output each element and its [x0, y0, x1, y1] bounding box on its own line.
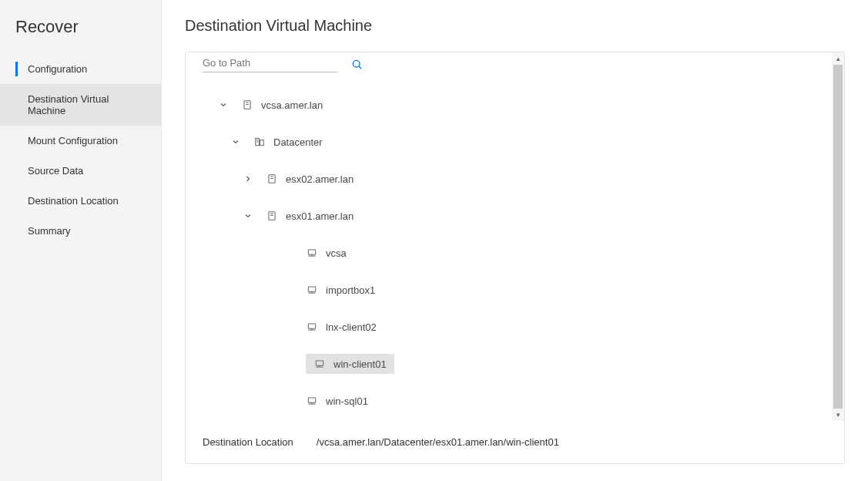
svg-rect-12	[269, 212, 275, 220]
tree-node-esx02-amer-lan[interactable]: esx02.amer.lan	[203, 160, 827, 197]
svg-point-0	[353, 60, 360, 67]
sidebar-item-summary[interactable]: Summary	[0, 216, 161, 246]
chevron-down-icon[interactable]	[241, 209, 255, 223]
vm-tree: vcsa.amer.lanDatacenteresx02.amer.lanesx…	[203, 72, 827, 421]
sidebar-item-mount-configuration[interactable]: Mount Configuration	[0, 126, 161, 156]
go-to-path-input[interactable]	[203, 54, 337, 72]
tree-node-esx01-amer-lan[interactable]: esx01.amer.lan	[203, 197, 827, 234]
search-row	[203, 52, 827, 72]
destination-footer: Destination Location /vcsa.amer.lan/Data…	[186, 421, 844, 463]
tree-node-label: esx02.amer.lan	[286, 173, 354, 185]
vm-icon	[306, 395, 318, 407]
svg-line-1	[359, 66, 361, 69]
sidebar-item-source-data[interactable]: Source Data	[0, 156, 161, 186]
sidebar-nav: ConfigurationDestination Virtual Machine…	[0, 54, 161, 246]
tree-node-vcsa[interactable]: vcsa	[203, 234, 827, 271]
vm-icon	[313, 358, 326, 370]
svg-rect-15	[308, 250, 315, 254]
svg-rect-27	[308, 398, 315, 402]
search-icon[interactable]	[351, 59, 364, 71]
svg-rect-24	[316, 361, 323, 365]
sidebar-item-destination-location[interactable]: Destination Location	[0, 186, 161, 216]
tree-node-label: win-sql01	[326, 395, 368, 407]
scroll-up-button[interactable]: ▴	[832, 52, 844, 65]
vm-icon	[306, 247, 318, 259]
tree-node-label: vcsa	[326, 247, 347, 259]
tree-node-datacenter[interactable]: Datacenter	[203, 123, 827, 160]
tree-node-win-sql01[interactable]: win-sql01	[203, 382, 827, 419]
main: Destination Virtual Machine vcsa.amer.la…	[162, 0, 868, 481]
tree-node-vcsa-amer-lan[interactable]: vcsa.amer.lan	[203, 86, 827, 123]
host-icon	[241, 99, 253, 111]
tree-node-label: win-client01	[333, 358, 387, 370]
scrollbar-thumb[interactable]	[833, 65, 843, 409]
tree-node-importbox1[interactable]: importbox1	[203, 271, 827, 308]
scroll-down-button[interactable]: ▾	[832, 409, 844, 421]
sidebar-item-configuration[interactable]: Configuration	[0, 54, 161, 84]
chevron-down-icon[interactable]	[216, 98, 230, 112]
vm-icon	[306, 321, 318, 333]
datacenter-icon	[253, 136, 266, 148]
selected-node-chip[interactable]: win-client01	[306, 354, 394, 374]
tree-node-label: importbox1	[326, 284, 375, 296]
chevron-down-icon[interactable]	[229, 135, 243, 149]
tree-node-label: esx01.amer.lan	[286, 210, 354, 222]
sidebar: Recover ConfigurationDestination Virtual…	[0, 0, 162, 481]
destination-location-path: /vcsa.amer.lan/Datacenter/esx01.amer.lan…	[317, 436, 559, 448]
tree-node-label: Datacenter	[273, 136, 323, 148]
tree-node-label: vcsa.amer.lan	[261, 99, 323, 111]
tree-node-lnx-client02[interactable]: lnx-client02	[203, 308, 827, 345]
scrollbar[interactable]: ▴ ▾	[832, 52, 844, 421]
host-icon	[266, 210, 278, 222]
tree-node-label: lnx-client02	[326, 321, 377, 333]
tree-node-win-client01[interactable]: win-client01	[203, 345, 827, 382]
page-title: Destination Virtual Machine	[185, 17, 845, 35]
panel-top: vcsa.amer.lanDatacenteresx02.amer.lanesx…	[186, 52, 844, 421]
svg-rect-18	[308, 287, 315, 291]
destination-location-label: Destination Location	[203, 436, 293, 448]
vm-picker-panel: vcsa.amer.lanDatacenteresx02.amer.lanesx…	[185, 52, 845, 464]
svg-rect-21	[308, 324, 315, 328]
chevron-right-icon[interactable]	[241, 172, 255, 186]
sidebar-title: Recover	[0, 17, 161, 54]
host-icon	[266, 173, 278, 185]
vm-icon	[306, 284, 318, 296]
sidebar-item-destination-virtual-machine[interactable]: Destination Virtual Machine	[0, 84, 161, 126]
svg-rect-2	[244, 101, 250, 109]
svg-rect-6	[260, 140, 264, 146]
svg-rect-9	[269, 175, 275, 183]
